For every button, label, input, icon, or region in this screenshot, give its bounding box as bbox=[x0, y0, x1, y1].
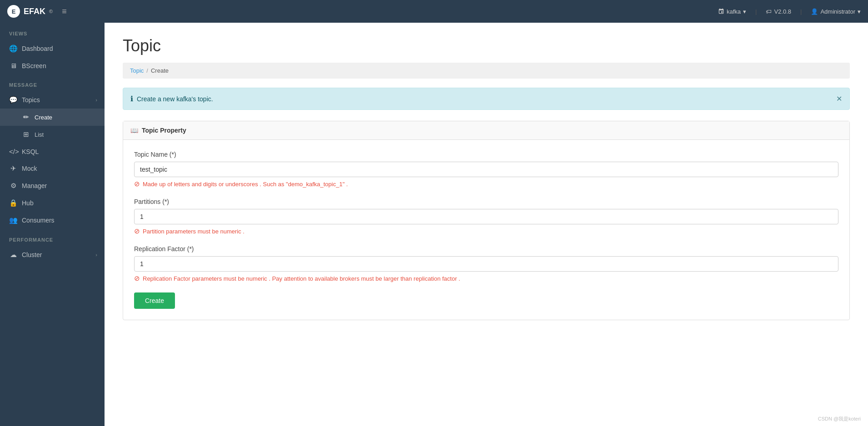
layout: VIEWS 🌐 Dashboard 🖥 BScreen MESSAGE 💬 To… bbox=[0, 23, 868, 426]
cluster-icon bbox=[718, 8, 724, 15]
sidebar-item-topics[interactable]: 💬 Topics › bbox=[0, 91, 105, 109]
sidebar: VIEWS 🌐 Dashboard 🖥 BScreen MESSAGE 💬 To… bbox=[0, 23, 105, 426]
alert-close-button[interactable]: ✕ bbox=[836, 94, 842, 103]
admin-icon: 👤 bbox=[811, 8, 818, 15]
topic-name-error-message: Made up of letters and digits or undersc… bbox=[143, 181, 348, 188]
nav-separator: | bbox=[755, 8, 757, 15]
alert-message: Create a new kafka's topic. bbox=[137, 95, 213, 103]
partitions-error-message: Partition parameters must be numeric . bbox=[143, 228, 244, 235]
breadcrumb-current: Create bbox=[151, 67, 169, 74]
sidebar-item-consumers[interactable]: 👥 Consumers bbox=[0, 212, 105, 229]
partitions-group: Partitions (*) ⊘ Partition parameters mu… bbox=[134, 198, 838, 235]
sidebar-item-ksql[interactable]: </> KSQL bbox=[0, 143, 105, 160]
brand-icon: E bbox=[7, 5, 20, 18]
breadcrumb: Topic / Create bbox=[123, 63, 850, 79]
partitions-label: Partitions (*) bbox=[134, 198, 838, 205]
brand-copyright: © bbox=[49, 9, 53, 14]
topic-name-input[interactable] bbox=[134, 162, 838, 177]
version-label: V2.0.8 bbox=[774, 8, 791, 15]
sidebar-item-label-mock: Mock bbox=[22, 165, 37, 172]
sidebar-item-dashboard[interactable]: 🌐 Dashboard bbox=[0, 40, 105, 57]
navbar-left: E EFAK © ≡ bbox=[7, 5, 67, 18]
topics-icon: 💬 bbox=[9, 96, 17, 104]
sidebar-item-label-create: Create bbox=[35, 114, 52, 121]
kafka-selector[interactable]: kafka ▾ bbox=[718, 8, 746, 15]
topics-arrow: › bbox=[95, 97, 97, 103]
sidebar-item-manager[interactable]: ⚙ Manager bbox=[0, 177, 105, 194]
admin-label: Administrator bbox=[820, 8, 855, 15]
views-section-label: VIEWS bbox=[0, 23, 105, 40]
card-body: Topic Name (*) ⊘ Made up of letters and … bbox=[123, 140, 849, 320]
menu-icon[interactable]: ≡ bbox=[62, 7, 67, 16]
card-header: 📖 Topic Property bbox=[123, 121, 849, 140]
sidebar-item-create[interactable]: ✏ Create bbox=[0, 109, 105, 126]
replication-input[interactable] bbox=[134, 256, 838, 272]
cluster-sidebar-icon: ☁ bbox=[9, 251, 17, 259]
topic-name-label: Topic Name (*) bbox=[134, 151, 838, 158]
page-title: Topic bbox=[123, 36, 850, 55]
alert-info: ℹ Create a new kafka's topic. ✕ bbox=[123, 88, 850, 110]
sidebar-item-label-hub: Hub bbox=[22, 199, 34, 207]
topic-name-group: Topic Name (*) ⊘ Made up of letters and … bbox=[134, 151, 838, 188]
card-header-icon: 📖 bbox=[130, 127, 138, 134]
kafka-dropdown-icon: ▾ bbox=[743, 8, 746, 15]
brand-name: EFAK bbox=[24, 7, 45, 16]
admin-menu[interactable]: 👤 Administrator ▾ bbox=[811, 8, 861, 15]
sidebar-item-label-bscreen: BScreen bbox=[22, 62, 46, 69]
kafka-label: kafka bbox=[727, 8, 741, 15]
partitions-error-icon: ⊘ bbox=[134, 227, 140, 235]
manager-icon: ⚙ bbox=[9, 182, 17, 190]
main-content: Topic Topic / Create ℹ Create a new kafk… bbox=[105, 23, 868, 426]
replication-error-message: Replication Factor parameters must be nu… bbox=[143, 275, 460, 282]
admin-dropdown-icon: ▾ bbox=[858, 8, 861, 15]
mock-icon: ✈ bbox=[9, 164, 17, 173]
watermark: CSDN @我是koteri bbox=[818, 416, 861, 422]
sidebar-item-list[interactable]: ⊞ List bbox=[0, 126, 105, 143]
replication-label: Replication Factor (*) bbox=[134, 245, 838, 253]
navbar: E EFAK © ≡ kafka ▾ | 🏷 V2.0.8 | 👤 Admini… bbox=[0, 0, 868, 23]
sidebar-item-hub[interactable]: 🔒 Hub bbox=[0, 194, 105, 212]
sidebar-item-label-list: List bbox=[35, 131, 44, 138]
replication-error-icon: ⊘ bbox=[134, 274, 140, 282]
version-icon: 🏷 bbox=[766, 8, 772, 15]
replication-group: Replication Factor (*) ⊘ Replication Fac… bbox=[134, 245, 838, 282]
alert-info-left: ℹ Create a new kafka's topic. bbox=[130, 94, 213, 103]
ksql-icon: </> bbox=[9, 148, 17, 155]
message-section-label: MESSAGE bbox=[0, 74, 105, 91]
breadcrumb-link[interactable]: Topic bbox=[130, 67, 144, 74]
create-icon: ✏ bbox=[22, 113, 30, 121]
partitions-input[interactable] bbox=[134, 209, 838, 224]
bscreen-icon: 🖥 bbox=[9, 62, 17, 69]
topic-property-card: 📖 Topic Property Topic Name (*) ⊘ Made u… bbox=[123, 121, 850, 320]
hub-icon: 🔒 bbox=[9, 199, 17, 207]
navbar-right: kafka ▾ | 🏷 V2.0.8 | 👤 Administrator ▾ bbox=[718, 8, 861, 15]
alert-info-icon: ℹ bbox=[130, 94, 133, 103]
topic-name-error-icon: ⊘ bbox=[134, 180, 140, 188]
version-badge: 🏷 V2.0.8 bbox=[766, 8, 791, 15]
dashboard-icon: 🌐 bbox=[9, 45, 17, 53]
sidebar-item-label-cluster: Cluster bbox=[22, 251, 42, 258]
consumers-icon: 👥 bbox=[9, 216, 17, 224]
replication-error: ⊘ Replication Factor parameters must be … bbox=[134, 274, 838, 282]
card-header-title: Topic Property bbox=[142, 127, 186, 134]
nav-separator2: | bbox=[800, 8, 802, 15]
list-icon: ⊞ bbox=[22, 130, 30, 139]
sidebar-item-label-manager: Manager bbox=[22, 182, 47, 189]
create-button[interactable]: Create bbox=[134, 292, 175, 309]
sidebar-item-bscreen[interactable]: 🖥 BScreen bbox=[0, 57, 105, 74]
sidebar-item-mock[interactable]: ✈ Mock bbox=[0, 160, 105, 177]
sidebar-item-label-consumers: Consumers bbox=[22, 217, 55, 224]
performance-section-label: PERFORMANCE bbox=[0, 229, 105, 246]
cluster-arrow: › bbox=[95, 252, 97, 258]
brand: E EFAK © bbox=[7, 5, 53, 18]
sidebar-item-label-ksql: KSQL bbox=[22, 148, 39, 155]
partitions-error: ⊘ Partition parameters must be numeric . bbox=[134, 227, 838, 235]
sidebar-item-label-dashboard: Dashboard bbox=[22, 45, 53, 52]
sidebar-item-cluster[interactable]: ☁ Cluster › bbox=[0, 246, 105, 263]
sidebar-item-label-topics: Topics bbox=[22, 96, 40, 104]
topic-name-error: ⊘ Made up of letters and digits or under… bbox=[134, 180, 838, 188]
breadcrumb-separator: / bbox=[146, 67, 148, 74]
